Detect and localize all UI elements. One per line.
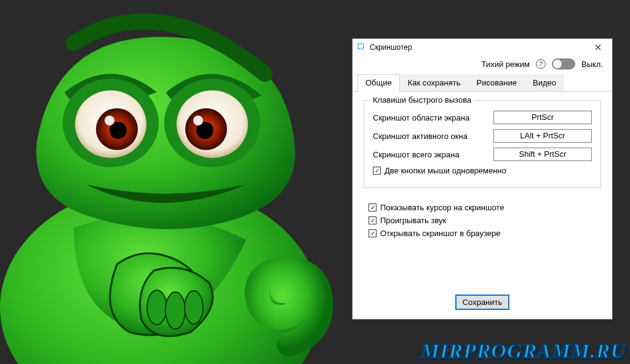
close-icon — [595, 44, 601, 50]
tab-video[interactable]: Видео — [525, 74, 564, 91]
quiet-mode-row: Тихий режим ? Выкл. — [353, 56, 612, 74]
svg-point-12 — [165, 292, 185, 329]
hotkeys-fieldset: Клавиши быстрого вызова Скриншот области… — [364, 100, 601, 188]
quiet-mode-label: Тихий режим — [482, 60, 530, 69]
dialog-buttons: Сохранить — [364, 295, 601, 313]
checkbox-icon — [369, 216, 377, 224]
save-button[interactable]: Сохранить — [456, 295, 509, 309]
app-icon — [357, 43, 366, 52]
toggle-knob-icon — [553, 60, 562, 68]
checkbox-label: Открывать скриншот в браузере — [380, 229, 500, 238]
svg-point-11 — [147, 290, 167, 325]
check-show-cursor[interactable]: Показывать курсор на скриншоте — [369, 203, 601, 212]
svg-point-10 — [193, 116, 203, 125]
hotkey-label: Скриншот всего экрана — [373, 150, 493, 159]
check-play-sound[interactable]: Проигрывать звук — [369, 216, 601, 225]
hotkeys-legend: Клавиши быстрого вызова — [370, 95, 474, 105]
hotkey-field-full[interactable]: Shift + PrtScr — [493, 148, 592, 161]
tab-label: Рисование — [477, 78, 517, 87]
check-both-mouse[interactable]: Две кнопки мыши одновременно — [373, 166, 592, 175]
checkbox-label: Показывать курсор на скриншоте — [380, 203, 504, 212]
tab-drawing[interactable]: Рисование — [469, 74, 525, 91]
hotkey-row-window: Скриншот активного окна LAlt + PrtScr — [373, 129, 592, 143]
checkbox-icon — [369, 229, 377, 237]
checkbox-label: Проигрывать звук — [380, 216, 446, 225]
hotkey-row-full: Скриншот всего экрана Shift + PrtScr — [373, 148, 592, 161]
tab-how-save[interactable]: Как сохранять — [400, 74, 469, 91]
check-open-browser[interactable]: Открывать скриншот в браузере — [369, 229, 601, 238]
hotkey-field-window[interactable]: LAlt + PrtScr — [493, 129, 592, 143]
svg-rect-14 — [358, 44, 364, 49]
help-icon[interactable]: ? — [536, 59, 546, 69]
hotkey-field-area[interactable]: PrtScr — [493, 111, 592, 124]
tabs: Общие Как сохранять Рисование Видео — [353, 74, 612, 92]
hotkey-label: Скриншот активного окна — [373, 132, 493, 141]
checkbox-icon — [369, 204, 377, 212]
tab-label: Как сохранять — [408, 78, 461, 87]
hotkey-label: Скриншот области экрана — [373, 113, 493, 122]
chameleon-illustration — [0, 0, 345, 364]
svg-point-13 — [185, 291, 203, 324]
tab-label: Видео — [533, 78, 556, 87]
options-group: Показывать курсор на скриншоте Проигрыва… — [369, 199, 601, 242]
svg-point-9 — [105, 116, 114, 125]
checkbox-label: Две кнопки мыши одновременно — [385, 166, 506, 175]
window-title: Скриншотер — [370, 43, 588, 52]
quiet-mode-toggle[interactable] — [552, 58, 575, 69]
settings-dialog: Скриншотер Тихий режим ? Выкл. Общие Как… — [352, 38, 613, 320]
hotkey-row-area: Скриншот области экрана PrtScr — [373, 111, 592, 124]
checkbox-icon — [373, 167, 381, 175]
watermark: MIRPROGRAMM.RU — [421, 339, 626, 363]
tab-general[interactable]: Общие — [357, 74, 400, 92]
close-button[interactable] — [588, 40, 608, 55]
tab-content-general: Клавиши быстрого вызова Скриншот области… — [353, 92, 612, 319]
quiet-mode-state: Выкл. — [581, 60, 604, 69]
tab-label: Общие — [365, 78, 392, 87]
titlebar: Скриншотер — [353, 39, 612, 56]
